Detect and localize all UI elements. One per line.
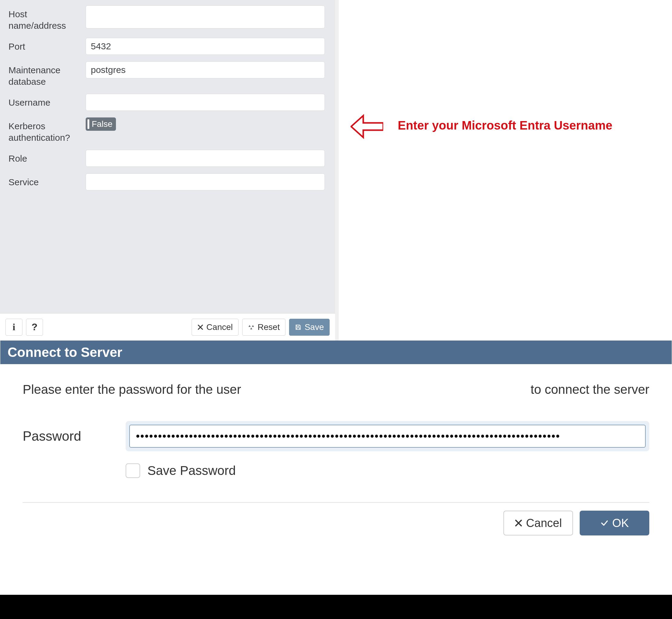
save-button[interactable]: Save — [289, 319, 330, 336]
host-input[interactable] — [86, 5, 325, 28]
kerberos-label: Kerberos authentication? — [8, 118, 86, 143]
annotation-text: Enter your Microsoft Entra Username — [398, 119, 612, 132]
maintenance-db-label: Maintenance database — [8, 61, 86, 87]
username-input[interactable] — [86, 94, 325, 111]
service-input[interactable] — [86, 174, 325, 190]
help-button[interactable]: ? — [26, 319, 43, 336]
role-label: Role — [8, 150, 86, 164]
reset-label: Reset — [258, 322, 280, 332]
close-icon — [515, 519, 523, 527]
port-label: Port — [8, 38, 86, 52]
save-label: Save — [305, 322, 324, 332]
password-input[interactable] — [129, 425, 646, 448]
kerberos-toggle[interactable]: False — [86, 118, 116, 131]
save-icon — [295, 324, 301, 331]
service-label: Service — [8, 174, 86, 188]
dialog-prompt: Please enter the password for the user t… — [23, 382, 649, 397]
host-label: Host name/address — [8, 5, 86, 31]
cancel-label: Cancel — [206, 322, 233, 332]
dialog-prompt-prefix: Please enter the password for the user — [23, 382, 241, 397]
annotation-arrow-icon — [350, 114, 383, 139]
recycle-icon — [248, 324, 255, 331]
dialog-cancel-label: Cancel — [526, 517, 562, 530]
bottom-crop-strip — [0, 595, 672, 619]
connection-form-panel: Host name/address Port Maintenance datab… — [0, 0, 339, 341]
dialog-body: Please enter the password for the user t… — [0, 364, 672, 548]
port-input[interactable] — [86, 38, 325, 55]
dialog-title-bar: Connect to Server — [0, 341, 672, 364]
check-icon — [600, 519, 609, 527]
dialog-ok-label: OK — [612, 517, 629, 530]
form-action-bar: i ? Cancel Reset Save — [0, 313, 335, 341]
dialog-divider — [23, 502, 649, 503]
kerberos-toggle-value: False — [92, 119, 112, 129]
info-icon: i — [13, 322, 15, 333]
save-password-checkbox[interactable] — [126, 464, 140, 478]
maintenance-db-input[interactable] — [86, 61, 325, 78]
username-label: Username — [8, 94, 86, 109]
dialog-cancel-button[interactable]: Cancel — [503, 510, 573, 536]
help-icon: ? — [31, 322, 38, 333]
dialog-ok-button[interactable]: OK — [580, 510, 649, 536]
cancel-button[interactable]: Cancel — [192, 319, 239, 336]
save-password-label: Save Password — [147, 464, 236, 478]
dialog-prompt-suffix: to connect the server — [531, 382, 649, 397]
info-button[interactable]: i — [5, 319, 22, 336]
password-label: Password — [23, 429, 126, 444]
role-input[interactable] — [86, 150, 325, 167]
dialog-title: Connect to Server — [8, 345, 122, 360]
reset-button[interactable]: Reset — [242, 319, 285, 336]
close-icon — [197, 324, 203, 330]
